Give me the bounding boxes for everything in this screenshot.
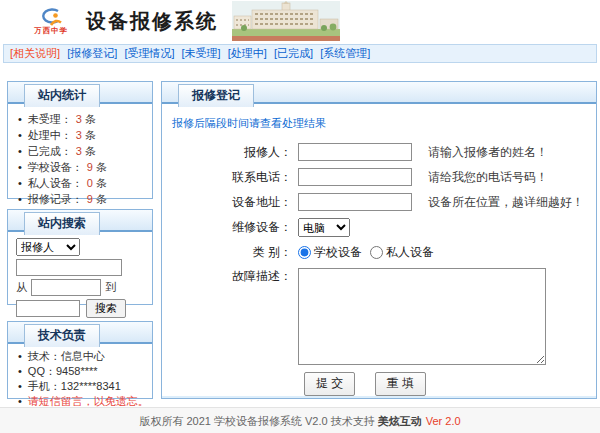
device-label: 维修设备： [170, 219, 298, 236]
stats-list: 未受理：3条 处理中：3条 已完成：3条 学校设备：9条 私人设备：0条 报修记… [8, 104, 152, 213]
stat-item: 已完成：3条 [16, 143, 148, 159]
search-field-select[interactable]: 报修人 [16, 238, 80, 256]
fault-label: 故障描述： [170, 268, 298, 285]
form-row-fault: 故障描述： [170, 268, 586, 365]
phone-input[interactable] [298, 168, 412, 186]
form-row-category: 类 别： 学校设备 私人设备 [170, 244, 586, 261]
stat-item: 报修记录：9条 [16, 191, 148, 207]
sidebar: 站内统计 未受理：3条 处理中：3条 已完成：3条 学校设备：9条 私人设备：0… [7, 81, 153, 399]
category-option-school[interactable]: 学校设备 [298, 244, 362, 261]
form-row-reporter: 报修人： 请输入报修者的姓名！ [170, 143, 586, 161]
main-nav: [相关说明] [报修登记] [受理情况] [未受理] [处理中] [已完成] [… [3, 44, 597, 63]
address-hint: 设备所在位置，越详细越好！ [428, 194, 584, 211]
tech-list: 技术：信息中心 QQ：9458**** 手机：132****8341 请短信留言… [8, 344, 152, 415]
stats-panel-header: 站内统计 [8, 82, 152, 104]
phone-hint: 请给我您的电话号码！ [428, 169, 548, 186]
tech-item: 手机：132****8341 [16, 379, 148, 394]
address-label: 设备地址： [170, 194, 298, 211]
repair-form: 报修后隔段时间请查看处理结果 报修人： 请输入报修者的姓名！ 联系电话： 请给我… [162, 104, 596, 396]
search-button[interactable]: 搜索 [86, 299, 126, 318]
form-row-phone: 联系电话： 请给我您的电话号码！ [170, 168, 586, 186]
tech-panel: 技术负责 技术：信息中心 QQ：9458**** 手机：132****8341 … [7, 321, 153, 399]
fault-description-textarea[interactable] [298, 268, 546, 365]
stat-item: 未受理：3条 [16, 111, 148, 127]
search-form: 报修人 从 到 搜索 [8, 232, 152, 324]
stat-item: 私人设备：0条 [16, 175, 148, 191]
search-to-input[interactable] [16, 300, 80, 317]
tech-panel-title: 技术负责 [24, 324, 100, 347]
footer-version: Ver 2.0 [426, 415, 461, 427]
page-title: 设备报修系统 [86, 8, 218, 35]
stat-item: 学校设备：9条 [16, 159, 148, 175]
nav-item-repair-register[interactable]: [报修登记] [67, 47, 117, 59]
reporter-label: 报修人： [170, 144, 298, 161]
content-area: 站内统计 未受理：3条 处理中：3条 已完成：3条 学校设备：9条 私人设备：0… [0, 81, 600, 399]
category-label: 类 别： [170, 244, 298, 261]
stats-panel-title: 站内统计 [24, 84, 100, 107]
tech-item: QQ：9458**** [16, 364, 148, 379]
notice-text: 报修后隔段时间请查看处理结果 [172, 116, 586, 131]
repair-form-panel: 报修登记 报修后隔段时间请查看处理结果 报修人： 请输入报修者的姓名！ 联系电话… [161, 81, 597, 399]
copyright-text: 版权所有 2021 学校设备报修系统 V2.0 技术支持 [139, 415, 377, 427]
nav-item-related-info[interactable]: [相关说明] [10, 47, 60, 59]
submit-button[interactable]: 提 交 [304, 372, 355, 396]
search-keyword-input[interactable] [16, 259, 122, 276]
nav-item-handling-status[interactable]: [受理情况] [124, 47, 174, 59]
form-buttons: 提 交 重 填 [304, 372, 586, 396]
search-panel-header: 站内搜索 [8, 210, 152, 232]
logo: 万西中学 [28, 6, 74, 36]
search-from-input[interactable] [31, 279, 101, 296]
school-device-radio[interactable] [298, 246, 311, 259]
form-row-device: 维修设备： 电脑 [170, 218, 586, 237]
search-to-label: 到 [105, 280, 116, 295]
reporter-input[interactable] [298, 143, 412, 161]
search-from-label: 从 [16, 280, 27, 295]
school-photo [232, 1, 340, 41]
nav-item-not-accepted[interactable]: [未受理] [182, 47, 221, 59]
phone-label: 联系电话： [170, 169, 298, 186]
tech-note: 请短信留言，以免遗忘。 [16, 394, 148, 409]
search-panel-title: 站内搜索 [24, 212, 100, 235]
logo-text: 万西中学 [34, 26, 68, 36]
category-option-private[interactable]: 私人设备 [370, 244, 434, 261]
panel-bottom-strip [162, 396, 596, 398]
stats-panel: 站内统计 未受理：3条 处理中：3条 已完成：3条 学校设备：9条 私人设备：0… [7, 81, 153, 199]
tech-item: 技术：信息中心 [16, 349, 148, 364]
address-input[interactable] [298, 193, 412, 211]
footer-company: 美炫互动 [378, 415, 422, 427]
logo-swirl-icon [36, 6, 66, 28]
reset-button[interactable]: 重 填 [375, 372, 426, 396]
app-header: 万西中学 设备报修系统 [0, 0, 600, 42]
device-select[interactable]: 电脑 [298, 218, 350, 237]
reporter-hint: 请输入报修者的姓名！ [428, 144, 548, 161]
form-row-address: 设备地址： 设备所在位置，越详细越好！ [170, 193, 586, 211]
nav-item-in-progress[interactable]: [处理中] [228, 47, 267, 59]
stat-item: 处理中：3条 [16, 127, 148, 143]
nav-item-system-admin[interactable]: [系统管理] [320, 47, 370, 59]
repair-panel-header: 报修登记 [162, 82, 596, 104]
nav-item-completed[interactable]: [已完成] [274, 47, 313, 59]
tech-panel-header: 技术负责 [8, 322, 152, 344]
private-device-radio[interactable] [370, 246, 383, 259]
search-panel: 站内搜索 报修人 从 到 搜索 [7, 209, 153, 305]
